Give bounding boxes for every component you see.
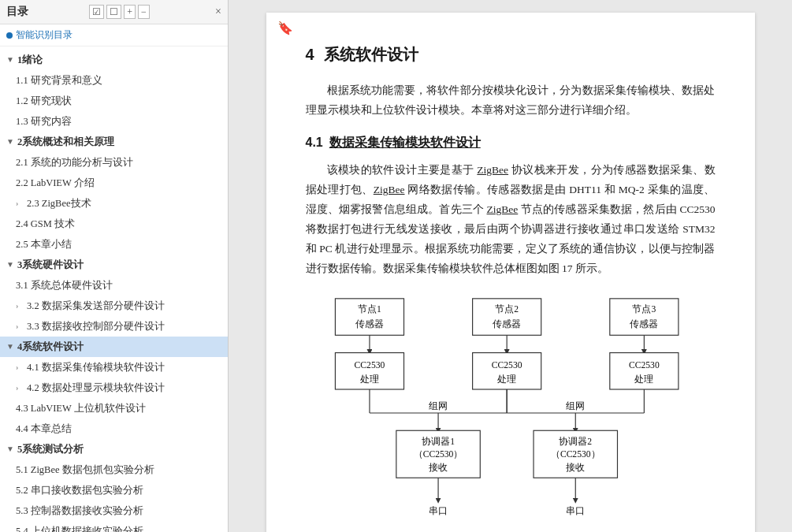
- toc-label-1-1: 1.1 研究背景和意义: [16, 73, 102, 88]
- arrow-icon-3-3: ›: [16, 320, 24, 333]
- toc-label-2-4: 2.4 GSM 技术: [16, 216, 75, 232]
- toc-item-4-2[interactable]: › 4.2 数据处理显示模块软件设计: [0, 378, 228, 398]
- toc-smart-label: 智能识别目录: [0, 24, 228, 47]
- toc-btn-expand[interactable]: +: [124, 5, 136, 19]
- doc-panel: 🔖 4系统软件设计 根据系统功能需要，将软件部分按模块化设计，分为数据采集传输模…: [229, 0, 792, 532]
- section-4-1-text: 该模块的软件设计主要是基于 ZigBee 协议栈来开发，分为传感器数据采集、数据…: [306, 161, 716, 279]
- arrow-icon-2-3: ›: [16, 197, 24, 210]
- toc-item-1-3[interactable]: 1.3 研究内容: [0, 111, 228, 132]
- svg-text:（CC2530）: （CC2530）: [550, 449, 600, 459]
- toc-item-4-3[interactable]: 4.3 LabVIEW 上位机软件设计: [0, 398, 228, 419]
- intro-paragraph: 根据系统功能需要，将软件部分按模块化设计，分为数据采集传输模块、数据处理显示模块…: [306, 81, 716, 121]
- toc-label-1-3: 1.3 研究内容: [16, 113, 72, 129]
- toc-label-5-1: 5.1 ZigBee 数据包抓包实验分析: [16, 462, 154, 478]
- toc-item-3[interactable]: ▼ 3系统硬件设计: [0, 255, 228, 275]
- toc-label-4: 4系统软件设计: [17, 339, 84, 355]
- toc-item-5-1[interactable]: 5.1 ZigBee 数据包抓包实验分析: [0, 459, 228, 480]
- toc-item-2-3[interactable]: › 2.3 ZigBee技术: [0, 193, 228, 214]
- toc-label-5: 5系统测试分析: [17, 441, 84, 457]
- toc-label-2-5: 2.5 本章小结: [16, 236, 72, 252]
- toc-item-5[interactable]: ▼ 5系统测试分析: [0, 439, 228, 459]
- chapter-title-text: 系统软件设计: [324, 46, 418, 63]
- toc-item-1-1[interactable]: 1.1 研究背景和意义: [0, 70, 228, 91]
- toc-label-3-3: 3.3 数据接收控制部分硬件设计: [27, 318, 165, 334]
- toc-label-3-2: 3.2 数据采集发送部分硬件设计: [27, 298, 165, 314]
- toc-item-4-4[interactable]: 4.4 本章总结: [0, 419, 228, 439]
- svg-text:节点1: 节点1: [358, 304, 381, 314]
- diagram-svg: 节点1 传感器 节点2 传感器 节点3 传感器 CC2530 处: [306, 295, 716, 531]
- toc-item-2[interactable]: ▼ 2系统概述和相关原理: [0, 132, 228, 152]
- arrow-icon-3: ▼: [6, 259, 14, 271]
- toc-item-3-2[interactable]: › 3.2 数据采集发送部分硬件设计: [0, 296, 228, 316]
- svg-text:协调器1: 协调器1: [422, 436, 455, 446]
- toc-label-5-2: 5.2 串口接收数据包实验分析: [16, 482, 143, 498]
- toc-item-3-1[interactable]: 3.1 系统总体硬件设计: [0, 275, 228, 296]
- diagram-container: 节点1 传感器 节点2 传感器 节点3 传感器 CC2530 处: [306, 295, 716, 531]
- toc-label-4-2: 4.2 数据处理显示模块软件设计: [27, 380, 165, 396]
- toc-item-2-5[interactable]: 2.5 本章小结: [0, 234, 228, 255]
- section-4-1-title-text: 数据采集传输模块软件设计: [329, 136, 481, 149]
- zigbee-ref-2: ZigBee: [374, 184, 405, 195]
- svg-text:（CC2530）: （CC2530）: [413, 449, 463, 459]
- arrow-icon-5: ▼: [6, 443, 14, 456]
- toc-toolbar: ☑ ☐ + −: [89, 5, 150, 19]
- arrow-icon-3-2: ›: [16, 299, 24, 312]
- svg-text:组网: 组网: [566, 401, 585, 411]
- chapter-number: 4: [306, 46, 314, 63]
- toc-title: 目录: [6, 5, 28, 19]
- svg-text:CC2530: CC2530: [491, 360, 522, 370]
- svg-text:传感器: 传感器: [355, 318, 383, 329]
- svg-text:串口: 串口: [566, 505, 585, 515]
- svg-text:CC2530: CC2530: [354, 360, 385, 370]
- toc-label-2-1: 2.1 系统的功能分析与设计: [16, 154, 133, 170]
- toc-item-5-2[interactable]: 5.2 串口接收数据包实验分析: [0, 480, 228, 500]
- section-4-1-number: 4.1: [306, 136, 323, 149]
- svg-text:协调器2: 协调器2: [559, 436, 592, 446]
- toc-label-3: 3系统硬件设计: [17, 257, 84, 273]
- toc-label-4-4: 4.4 本章总结: [16, 421, 72, 437]
- svg-text:CC2530: CC2530: [628, 360, 659, 370]
- toc-header: 目录 ☑ ☐ + − ×: [0, 0, 228, 24]
- toc-label-5-4: 5.4 上位机数据接收实验分析: [16, 523, 143, 532]
- toc-item-4-1[interactable]: › 4.1 数据采集传输模块软件设计: [0, 357, 228, 378]
- toc-btn-collapse[interactable]: −: [138, 5, 150, 19]
- svg-text:组网: 组网: [429, 401, 448, 411]
- toc-item-1-2[interactable]: 1.2 研究现状: [0, 91, 228, 111]
- toc-item-2-1[interactable]: 2.1 系统的功能分析与设计: [0, 152, 228, 173]
- toc-label-4-3: 4.3 LabVIEW 上位机软件设计: [16, 400, 146, 416]
- arrow-icon-4-2: ›: [16, 381, 24, 394]
- toc-btn-check[interactable]: ☑: [89, 5, 104, 19]
- toc-item-2-4[interactable]: 2.4 GSM 技术: [0, 214, 228, 234]
- arrow-icon-2: ▼: [6, 136, 14, 148]
- bookmark-icon: 🔖: [277, 20, 293, 35]
- toc-label-2-2: 2.2 LabVIEW 介绍: [16, 175, 95, 191]
- toc-close-button[interactable]: ×: [215, 6, 221, 18]
- smart-label-text: 智能识别目录: [16, 28, 73, 42]
- section-4-1-title: 4.1数据采集传输模块软件设计: [306, 135, 716, 151]
- svg-text:节点3: 节点3: [632, 304, 656, 314]
- chapter-title: 4系统软件设计: [306, 44, 716, 65]
- toc-label-1: 1绪论: [17, 52, 43, 68]
- svg-text:节点2: 节点2: [495, 304, 519, 314]
- toc-item-4[interactable]: ▼ 4系统软件设计: [0, 337, 228, 357]
- toc-label-2: 2系统概述和相关原理: [17, 134, 114, 150]
- toc-body: ▼ 1绪论 1.1 研究背景和意义 1.2 研究现状 1.3 研究内容 ▼ 2系…: [0, 47, 228, 532]
- doc-page: 🔖 4系统软件设计 根据系统功能需要，将软件部分按模块化设计，分为数据采集传输模…: [266, 13, 755, 532]
- toc-item-1[interactable]: ▼ 1绪论: [0, 50, 228, 70]
- svg-text:接收: 接收: [566, 461, 585, 472]
- arrow-icon-1: ▼: [6, 54, 14, 66]
- toc-item-5-3[interactable]: 5.3 控制器数据接收实验分析: [0, 500, 228, 521]
- toc-label-3-1: 3.1 系统总体硬件设计: [16, 277, 113, 293]
- toc-btn-uncheck[interactable]: ☐: [106, 5, 121, 19]
- toc-item-3-3[interactable]: › 3.3 数据接收控制部分硬件设计: [0, 316, 228, 337]
- svg-text:处理: 处理: [497, 374, 516, 385]
- toc-label-2-3: 2.3 ZigBee技术: [27, 195, 91, 211]
- svg-text:处理: 处理: [359, 374, 378, 385]
- toc-label-1-2: 1.2 研究现状: [16, 93, 72, 109]
- arrow-icon-4-1: ›: [16, 361, 24, 374]
- toc-item-5-4[interactable]: 5.4 上位机数据接收实验分析: [0, 521, 228, 532]
- toc-label-4-1: 4.1 数据采集传输模块软件设计: [27, 359, 165, 375]
- arrow-icon-4: ▼: [6, 340, 14, 353]
- toc-item-2-2[interactable]: 2.2 LabVIEW 介绍: [0, 173, 228, 193]
- toc-panel: 目录 ☑ ☐ + − × 智能识别目录 ▼ 1绪论 1.1 研究背景和意义 1.…: [0, 0, 229, 532]
